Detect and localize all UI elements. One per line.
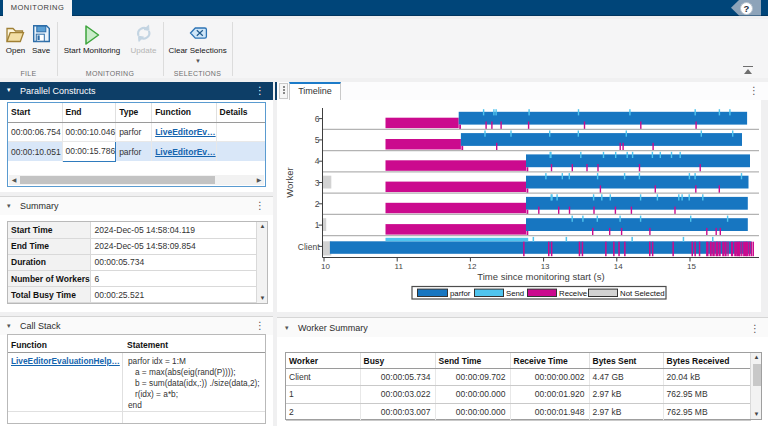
svg-text:5: 5 xyxy=(315,135,320,145)
svg-text:14: 14 xyxy=(614,262,623,271)
svg-text:Not Selected: Not Selected xyxy=(620,289,665,298)
svg-text:10: 10 xyxy=(321,262,330,271)
svg-text:Worker: Worker xyxy=(284,167,295,197)
svg-text:11: 11 xyxy=(395,262,404,271)
svg-text:4: 4 xyxy=(315,156,320,166)
svg-text:parfor: parfor xyxy=(450,289,471,298)
svg-text:Time since monitoring start (s: Time since monitoring start (s) xyxy=(477,271,604,282)
svg-text:13: 13 xyxy=(541,262,550,271)
svg-text:1: 1 xyxy=(315,220,320,230)
svg-text:Client: Client xyxy=(298,242,320,252)
svg-text:3: 3 xyxy=(315,178,320,188)
svg-text:6: 6 xyxy=(315,114,320,124)
svg-text:12: 12 xyxy=(467,262,476,271)
svg-text:Send: Send xyxy=(506,289,524,298)
svg-text:15: 15 xyxy=(687,262,696,271)
svg-text:Receive: Receive xyxy=(559,289,587,298)
svg-text:2: 2 xyxy=(315,199,320,209)
